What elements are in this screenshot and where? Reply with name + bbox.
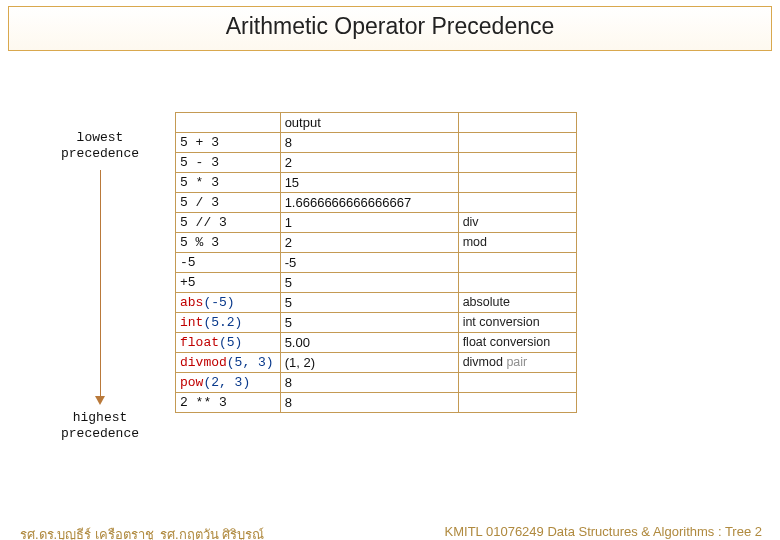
- cell-expression: 5 / 3: [176, 193, 281, 213]
- table-header-row: output: [176, 113, 577, 133]
- cell-description: int conversion: [458, 313, 576, 333]
- cell-description: [458, 133, 576, 153]
- lowest-precedence-label: lowest precedence: [40, 130, 160, 163]
- cell-expression: 5 - 3: [176, 153, 281, 173]
- cell-output: -5: [280, 253, 458, 273]
- table-row: -5-5: [176, 253, 577, 273]
- cell-output: 8: [280, 393, 458, 413]
- cell-description: div: [458, 213, 576, 233]
- cell-description: divmod pair: [458, 353, 576, 373]
- title-bar: Arithmetic Operator Precedence: [8, 6, 772, 51]
- precedence-arrow-head-icon: [95, 396, 105, 405]
- cell-description: mod: [458, 233, 576, 253]
- cell-description: [458, 373, 576, 393]
- highest-line2: precedence: [40, 426, 160, 442]
- footer-course: KMITL 01076249 Data Structures & Algorit…: [445, 524, 762, 539]
- table-row: divmod(5, 3)(1, 2)divmod pair: [176, 353, 577, 373]
- cell-expression: 5 + 3: [176, 133, 281, 153]
- cell-expression: +5: [176, 273, 281, 293]
- cell-description: [458, 393, 576, 413]
- cell-description: [458, 253, 576, 273]
- cell-description: [458, 193, 576, 213]
- highest-line1: highest: [40, 410, 160, 426]
- cell-output: (1, 2): [280, 353, 458, 373]
- cell-output: 5: [280, 293, 458, 313]
- footer-author-left: รศ.ดร.บุญธีร์ เครือตราชู: [20, 524, 154, 540]
- cell-expression: divmod(5, 3): [176, 353, 281, 373]
- table-row: 5 % 32mod: [176, 233, 577, 253]
- cell-expression: float(5): [176, 333, 281, 353]
- header-expression: [176, 113, 281, 133]
- table-row: 5 * 3 15: [176, 173, 577, 193]
- cell-expression: 5 * 3: [176, 173, 281, 193]
- cell-output: 1.6666666666666667: [280, 193, 458, 213]
- lowest-line1: lowest: [40, 130, 160, 146]
- cell-expression: -5: [176, 253, 281, 273]
- cell-expression: 5 % 3: [176, 233, 281, 253]
- table-row: 5 - 3 2: [176, 153, 577, 173]
- precedence-arrow-line: [100, 170, 101, 398]
- table-row: +55: [176, 273, 577, 293]
- table-row: 5 // 31div: [176, 213, 577, 233]
- cell-description: [458, 173, 576, 193]
- lowest-line2: precedence: [40, 146, 160, 162]
- cell-expression: int(5.2): [176, 313, 281, 333]
- cell-description: [458, 273, 576, 293]
- page-title: Arithmetic Operator Precedence: [9, 13, 771, 40]
- table-row: float(5)5.00float conversion: [176, 333, 577, 353]
- table-row: 2 ** 38: [176, 393, 577, 413]
- header-output: output: [280, 113, 458, 133]
- table-row: 5 + 3 8: [176, 133, 577, 153]
- cell-expression: pow(2, 3): [176, 373, 281, 393]
- cell-output: 2: [280, 153, 458, 173]
- cell-output: 5: [280, 273, 458, 293]
- table-row: pow(2, 3)8: [176, 373, 577, 393]
- header-description: [458, 113, 576, 133]
- highest-precedence-label: highest precedence: [40, 410, 160, 443]
- table-row: 5 / 31.6666666666666667: [176, 193, 577, 213]
- precedence-table: output 5 + 3 85 - 3 25 * 3 155 / 31.6666…: [175, 112, 577, 413]
- cell-description: [458, 153, 576, 173]
- cell-output: 8: [280, 133, 458, 153]
- cell-output: 1: [280, 213, 458, 233]
- cell-output: 15: [280, 173, 458, 193]
- cell-output: 5.00: [280, 333, 458, 353]
- cell-expression: 2 ** 3: [176, 393, 281, 413]
- cell-output: 8: [280, 373, 458, 393]
- footer-author-mid: รศ.กฤตวัน ศิริบูรณ์: [160, 524, 400, 540]
- cell-description: float conversion: [458, 333, 576, 353]
- cell-output: 2: [280, 233, 458, 253]
- cell-output: 5: [280, 313, 458, 333]
- cell-description: absolute: [458, 293, 576, 313]
- table-row: int(5.2)5int conversion: [176, 313, 577, 333]
- cell-expression: abs(-5): [176, 293, 281, 313]
- cell-expression: 5 // 3: [176, 213, 281, 233]
- table-row: abs(-5)5absolute: [176, 293, 577, 313]
